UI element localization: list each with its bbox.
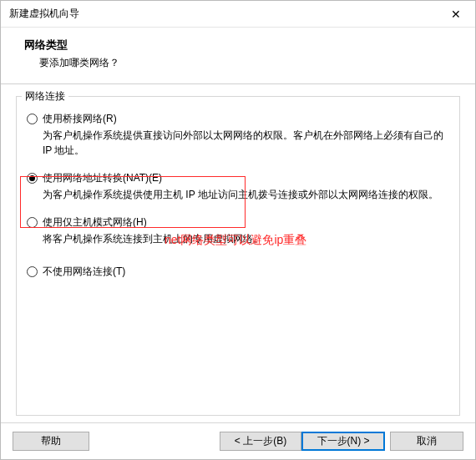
page-subheading: 要添加哪类网络？ — [24, 56, 452, 70]
desc-nat: 为客户机操作系统提供使用主机 IP 地址访问主机拨号连接或外部以太网网络连接的权… — [43, 187, 449, 202]
radio-label-nat: 使用网络地址转换(NAT)(E) — [43, 171, 162, 185]
radio-label-bridged: 使用桥接网络(R) — [43, 112, 117, 126]
option-bridged: 使用桥接网络(R) 为客户机操作系统提供直接访问外部以太网网络的权限。客户机在外… — [27, 112, 449, 158]
option-none: 不使用网络连接(T) — [27, 265, 449, 279]
radio-row-nat[interactable]: 使用网络地址转换(NAT)(E) — [27, 171, 449, 185]
radio-label-hostonly: 使用仅主机模式网络(H) — [43, 215, 147, 230]
radio-row-bridged[interactable]: 使用桥接网络(R) — [27, 112, 449, 126]
radio-row-none[interactable]: 不使用网络连接(T) — [27, 265, 449, 279]
cancel-button[interactable]: 取消 — [390, 432, 463, 451]
page-heading: 网络类型 — [24, 38, 452, 53]
network-groupbox: 网络连接 使用桥接网络(R) 为客户机操作系统提供直接访问外部以太网网络的权限。… — [16, 96, 460, 416]
radio-none[interactable] — [27, 266, 38, 277]
nav-button-group: < 上一步(B) 下一步(N) > — [220, 432, 385, 451]
radio-hostonly[interactable] — [27, 217, 38, 228]
next-button[interactable]: 下一步(N) > — [301, 432, 385, 451]
footer: 帮助 < 上一步(B) 下一步(N) > 取消 — [1, 422, 475, 459]
close-button[interactable]: ✕ — [437, 1, 475, 28]
window-title: 新建虚拟机向导 — [9, 7, 79, 21]
content-area: 网络连接 使用桥接网络(R) 为客户机操作系统提供直接访问外部以太网网络的权限。… — [1, 84, 475, 424]
option-nat: 使用网络地址转换(NAT)(E) 为客户机操作系统提供使用主机 IP 地址访问主… — [27, 171, 449, 202]
radio-label-none: 不使用网络连接(T) — [43, 265, 125, 279]
back-button[interactable]: < 上一步(B) — [220, 432, 301, 451]
annotation-text: net网络类型可以避免ip重叠 — [165, 233, 306, 248]
radio-nat[interactable] — [27, 173, 38, 184]
radio-row-hostonly[interactable]: 使用仅主机模式网络(H) — [27, 215, 449, 230]
wizard-header: 网络类型 要添加哪类网络？ — [1, 28, 475, 84]
close-icon: ✕ — [451, 8, 461, 21]
groupbox-label: 网络连接 — [22, 89, 68, 104]
radio-bridged[interactable] — [27, 114, 38, 124]
desc-bridged: 为客户机操作系统提供直接访问外部以太网网络的权限。客户机在外部网络上必须有自己的… — [43, 128, 449, 158]
help-button[interactable]: 帮助 — [13, 432, 89, 451]
titlebar: 新建虚拟机向导 ✕ — [1, 1, 475, 28]
